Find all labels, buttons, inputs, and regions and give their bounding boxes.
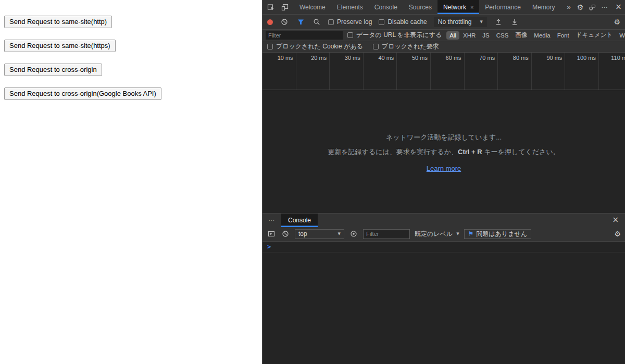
chevron-down-icon: ▼ (338, 232, 341, 236)
filter-chip-media[interactable]: Media (531, 31, 553, 40)
filter-chip-js[interactable]: JS (479, 31, 492, 40)
devtools-tabs: Welcome Elements Console Sources Network… (294, 0, 577, 14)
checkbox-box[interactable] (328, 19, 334, 25)
checkbox-box[interactable] (267, 44, 273, 49)
timeline-tick: 60 ms (431, 53, 465, 90)
send-request-same-site-http-button[interactable]: Send Request to same-site(http) (4, 16, 112, 28)
live-expression-eye-icon[interactable] (349, 229, 358, 239)
chevron-down-icon: ▼ (456, 232, 459, 236)
reload-hint-text: 更新を記録するには、要求を実行するか、 (328, 148, 458, 156)
tab-label: Welcome (299, 4, 326, 11)
filter-chip-ws[interactable]: WS (616, 31, 625, 40)
network-toolbar: Preserve log Disable cache No throttling… (262, 15, 625, 30)
filter-funnel-icon[interactable] (296, 17, 305, 27)
device-toolbar-icon[interactable] (280, 3, 290, 12)
tab-elements[interactable]: Elements (331, 0, 369, 14)
more-tabs-icon[interactable]: » (560, 0, 577, 14)
hide-data-urls-label: データの URL を非表示にする (356, 31, 442, 40)
throttling-select[interactable]: No throttling ▼ (434, 17, 487, 27)
tab-close-icon[interactable]: × (470, 4, 473, 10)
feedback-icon[interactable] (588, 3, 597, 12)
tab-label: Sources (409, 4, 432, 11)
console-messages-area: > (262, 242, 625, 364)
filter-chip-css[interactable]: CSS (493, 31, 512, 40)
request-type-filters: All XHR JS CSS 画像 Media Font ドキュメント WS M… (446, 30, 625, 40)
send-request-same-site-https-button[interactable]: Send Request to same-site(https) (4, 40, 116, 52)
network-filter-input[interactable] (266, 31, 343, 40)
log-levels-value: 既定のレベル (415, 230, 453, 239)
tab-welcome[interactable]: Welcome (294, 0, 331, 14)
send-request-cross-origin-button[interactable]: Send Request to cross-origin (4, 64, 102, 76)
preserve-log-label: Preserve log (337, 18, 372, 26)
learn-more-link[interactable]: Learn more (427, 165, 461, 172)
settings-gear-icon[interactable]: ⚙ (577, 4, 584, 11)
checkbox-box[interactable] (373, 44, 379, 49)
tab-label: Console (374, 4, 397, 11)
search-icon[interactable] (312, 17, 321, 27)
timeline-tick: 70 ms (465, 53, 498, 90)
tab-label: Elements (337, 4, 363, 11)
console-filter-input[interactable] (363, 229, 410, 239)
filter-chip-font[interactable]: Font (554, 31, 572, 40)
hide-data-urls-checkbox[interactable]: データの URL を非表示にする (347, 31, 442, 40)
record-icon[interactable] (267, 19, 273, 25)
timeline-tick: 100 ms (565, 53, 599, 90)
filter-chip-doc[interactable]: ドキュメント (573, 30, 616, 40)
disable-cache-checkbox[interactable]: Disable cache (379, 18, 427, 26)
timeline-tick: 30 ms (330, 53, 364, 90)
timeline-tick: 90 ms (532, 53, 566, 90)
filter-chip-all[interactable]: All (446, 31, 459, 40)
filter-chip-img[interactable]: 画像 (512, 30, 530, 40)
console-settings-gear-icon[interactable]: ⚙ (614, 230, 621, 237)
web-page: Send Request to same-site(http) Send Req… (0, 0, 262, 364)
devtools-panel: Welcome Elements Console Sources Network… (262, 0, 625, 364)
inspect-element-icon[interactable] (266, 3, 276, 12)
console-prompt-icon: > (267, 243, 271, 250)
filter-chip-xhr[interactable]: XHR (460, 31, 479, 40)
network-empty-state: ネットワーク活動を記録しています... 更新を記録するには、要求を実行するか、C… (262, 90, 625, 213)
export-har-icon[interactable] (510, 17, 519, 27)
drawer-tab-console[interactable]: Console (281, 214, 318, 227)
blocked-filter-bar: ブロックされた Cookie がある ブロックされた要求 (262, 41, 625, 53)
console-context-select[interactable]: top ▼ (295, 229, 344, 239)
network-settings-gear-icon[interactable]: ⚙ (614, 18, 620, 26)
tab-performance[interactable]: Performance (479, 0, 527, 14)
blocked-requests-label: ブロックされた要求 (382, 42, 439, 51)
log-levels-select[interactable]: 既定のレベル ▼ (415, 230, 459, 239)
drawer-close-icon[interactable]: × (609, 216, 621, 224)
timeline-tick: 110 ms (599, 53, 625, 90)
import-har-icon[interactable] (494, 17, 503, 27)
checkbox-box[interactable] (379, 19, 384, 25)
drawer-more-tools-icon[interactable]: ⋯ (262, 214, 281, 227)
send-request-google-books-button[interactable]: Send Request to cross-origin(Google Book… (4, 87, 161, 100)
tab-label: Network (443, 4, 466, 11)
timeline-tick: 10 ms (262, 53, 296, 90)
blocked-requests-checkbox[interactable]: ブロックされた要求 (373, 42, 439, 51)
devtools-tabbar: Welcome Elements Console Sources Network… (262, 0, 625, 15)
timeline-tick: 80 ms (498, 53, 532, 90)
tab-label: Performance (485, 4, 521, 11)
tab-network[interactable]: Network × (438, 0, 479, 14)
reload-hint-text: キーを押してください。 (482, 148, 560, 156)
issues-button[interactable]: ⚑ 問題はありません (464, 229, 531, 239)
clear-icon[interactable] (280, 17, 289, 27)
issues-label: 問題はありません (476, 230, 527, 239)
reload-hint: 更新を記録するには、要求を実行するか、Ctrl + R キーを押してください。 (328, 147, 559, 157)
timeline-tick: 50 ms (397, 53, 431, 90)
issues-flag-icon: ⚑ (468, 231, 474, 237)
tab-memory[interactable]: Memory (527, 0, 560, 14)
console-sidebar-icon[interactable] (267, 229, 276, 239)
clear-console-icon[interactable] (281, 229, 290, 239)
tab-sources[interactable]: Sources (403, 0, 438, 14)
blocked-cookies-checkbox[interactable]: ブロックされた Cookie がある (267, 42, 363, 51)
checkbox-box[interactable] (347, 32, 353, 38)
recording-message: ネットワーク活動を記録しています... (386, 133, 502, 142)
preserve-log-checkbox[interactable]: Preserve log (328, 18, 372, 26)
network-overview-timeline[interactable]: 10 ms 20 ms 30 ms 40 ms 50 ms 60 ms 70 m… (262, 53, 625, 90)
drawer-tabbar: ⋯ Console × (262, 213, 625, 227)
devtools-menu-icon[interactable]: ⋯ (601, 4, 608, 11)
devtools-close-icon[interactable]: × (612, 3, 624, 11)
tab-console[interactable]: Console (369, 0, 403, 14)
console-toolbar: top ▼ 既定のレベル ▼ ⚑ 問題はありません ⚙ (262, 227, 625, 242)
console-prompt-row[interactable]: > (262, 242, 625, 253)
